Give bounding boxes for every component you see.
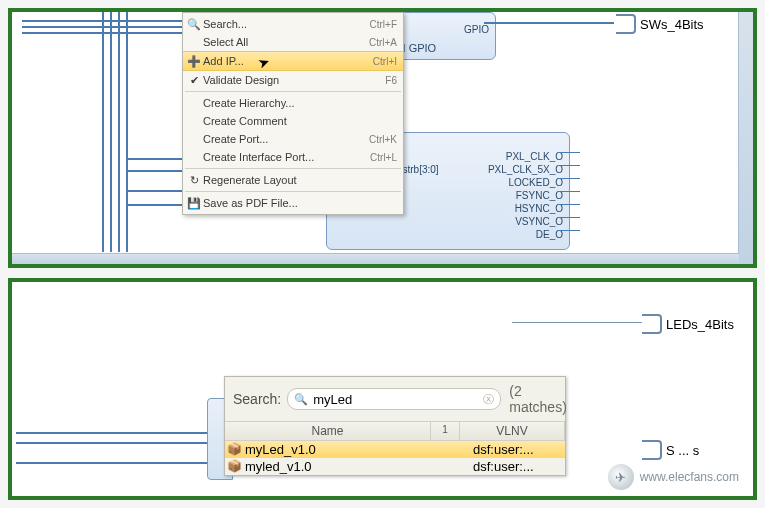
menu-item-select-all[interactable]: Select All Ctrl+A [183,33,403,51]
refresh-icon: ↻ [185,174,203,187]
match-count: (2 matches) [509,383,567,415]
menu-separator [185,191,401,192]
menu-item-create-port[interactable]: Create Port... Ctrl+K [183,130,403,148]
ip-icon: 📦 [225,459,243,474]
menu-label: Regenerate Layout [203,174,397,186]
port-label: GPIO [412,23,489,36]
watermark: ✈ www.elecfans.com [608,464,739,490]
menu-item-search[interactable]: 🔍 Search... Ctrl+F [183,15,403,33]
port-label: VSYNC_O [448,215,563,228]
add-icon: ➕ [185,55,203,68]
menu-item-validate-design[interactable]: ✔ Validate Design F6 [183,71,403,89]
port-label: DE_O [448,228,563,241]
result-header: Name 1 VLNV [225,421,565,441]
output-label: SWs_4Bits [640,17,704,32]
result-name: myled_v1.0 [243,459,473,474]
column-vlnv[interactable]: VLNV [460,422,565,440]
result-vlnv: dsf:user:... [473,442,565,457]
search-label: Search: [233,391,281,407]
horizontal-scrollbar[interactable] [12,253,739,264]
interface-port-icon [642,440,662,460]
port-label: PXL_CLK_5X_O [448,163,563,176]
column-name[interactable]: Name [225,422,431,440]
menu-label: Select All [203,36,369,48]
block-diagram-canvas[interactable]: LEDs_4Bits Search: 🔍 ⓧ (2 matches) Name … [12,282,753,496]
menu-label: Create Port... [203,133,369,145]
search-input[interactable] [311,391,483,408]
ip-icon: 📦 [225,442,243,457]
port-label: PXL_CLK_O [448,150,563,163]
port-label: LOCKED_O [448,176,563,189]
menu-shortcut: Ctrl+I [373,56,397,67]
search-icon: 🔍 [185,18,203,31]
menu-item-create-interface-port[interactable]: Create Interface Port... Ctrl+L [183,148,403,166]
result-row[interactable]: 📦 myled_v1.0 dsf:user:... [225,458,565,475]
context-menu: 🔍 Search... Ctrl+F Select All Ctrl+A ➕ A… [182,12,404,215]
result-row[interactable]: 📦 myLed_v1.0 dsf:user:... [225,441,565,458]
search-input-wrapper[interactable]: 🔍 ⓧ [287,388,501,410]
vertical-scrollbar[interactable] [738,12,753,264]
menu-shortcut: Ctrl+K [369,134,397,145]
menu-label: Validate Design [203,74,385,86]
bottom-panel: LEDs_4Bits Search: 🔍 ⓧ (2 matches) Name … [8,278,757,500]
menu-item-regenerate-layout[interactable]: ↻ Regenerate Layout [183,171,403,189]
port-label: HSYNC_O [448,202,563,215]
output-label: S ... s [666,443,699,458]
output-label: LEDs_4Bits [666,317,734,332]
menu-label: Add IP... [203,55,373,67]
port-label: FSYNC_O [448,189,563,202]
search-icon: 🔍 [294,393,308,406]
save-icon: 💾 [185,197,203,210]
check-icon: ✔ [185,74,203,87]
menu-label: Create Comment [203,115,397,127]
menu-shortcut: F6 [385,75,397,86]
menu-shortcut: Ctrl+A [369,37,397,48]
output-tag-other[interactable]: S ... s [642,440,699,460]
menu-label: Save as PDF File... [203,197,397,209]
menu-label: Create Hierarchy... [203,97,397,109]
menu-item-add-ip[interactable]: ➕ Add IP... Ctrl+I [183,51,403,71]
result-vlnv: dsf:user:... [473,459,565,474]
interface-port-icon [642,314,662,334]
interface-port-icon [616,14,636,34]
result-name: myLed_v1.0 [243,442,473,457]
menu-item-create-hierarchy[interactable]: Create Hierarchy... [183,94,403,112]
top-panel: i_aclk i_aresetn GPIO AXI GPIO SWs_4Bits… [8,8,757,268]
menu-shortcut: Ctrl+L [370,152,397,163]
ip-search-popup: Search: 🔍 ⓧ (2 matches) Name 1 VLNV 📦 my… [224,376,566,476]
output-tag-sws[interactable]: SWs_4Bits [616,14,704,34]
menu-separator [185,91,401,92]
menu-separator [185,168,401,169]
watermark-icon: ✈ [608,464,634,490]
output-tag-leds[interactable]: LEDs_4Bits [642,314,734,334]
menu-item-create-comment[interactable]: Create Comment [183,112,403,130]
menu-label: Search... [203,18,370,30]
menu-item-save-pdf[interactable]: 💾 Save as PDF File... [183,194,403,212]
column-index[interactable]: 1 [431,422,460,440]
clear-icon[interactable]: ⓧ [483,392,494,407]
menu-shortcut: Ctrl+F [370,19,398,30]
block-diagram-canvas[interactable]: i_aclk i_aresetn GPIO AXI GPIO SWs_4Bits… [12,12,753,264]
watermark-link[interactable]: www.elecfans.com [640,470,739,484]
menu-label: Create Interface Port... [203,151,370,163]
